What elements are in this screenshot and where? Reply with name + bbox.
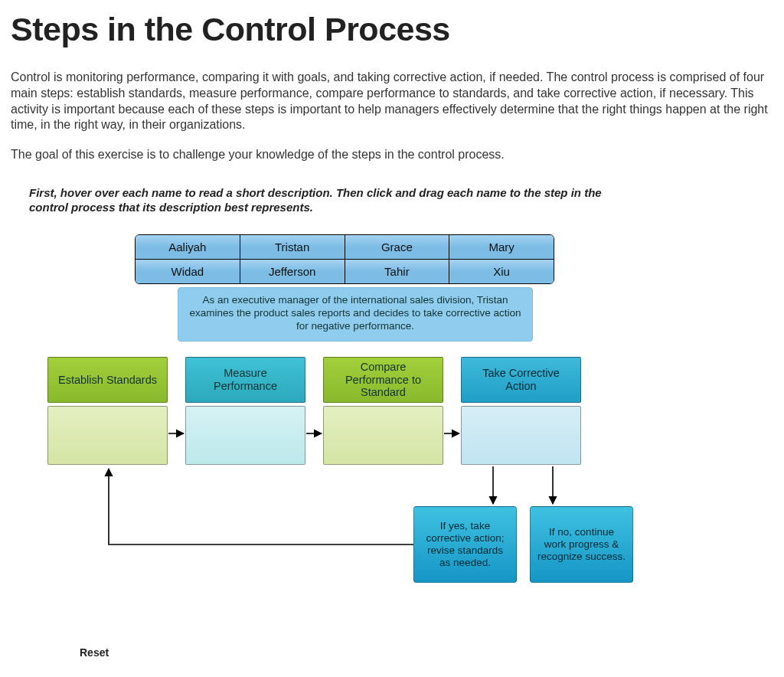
chip-tooltip: As an executive manager of the internati…	[178, 287, 533, 342]
step-label: Take Corrective Action	[461, 357, 581, 403]
step-take-corrective-action: Take Corrective Action	[461, 357, 581, 465]
outcome-no-box: If no, continue work progress & recogniz…	[530, 506, 633, 583]
instruction-text: First, hover over each name to read a sh…	[11, 177, 639, 215]
chip-grace[interactable]: Grace	[345, 235, 450, 260]
chip-mary[interactable]: Mary	[449, 235, 554, 260]
exercise-workspace: Aaliyah Tristan Grace Mary Widad Jeffers…	[11, 214, 773, 659]
chip-widad[interactable]: Widad	[136, 260, 240, 283]
chip-aaliyah[interactable]: Aaliyah	[136, 235, 240, 260]
chip-tahir[interactable]: Tahir	[345, 260, 450, 283]
page-title: Steps in the Control Process	[11, 11, 773, 48]
step-compare-performance: Compare Performance to Standard	[323, 357, 443, 465]
drop-zone-establish-standards[interactable]	[47, 406, 168, 465]
step-label: Compare Performance to Standard	[323, 357, 443, 403]
chip-xiu[interactable]: Xiu	[449, 260, 554, 283]
draggable-chips-grid: Aaliyah Tristan Grace Mary Widad Jeffers…	[135, 234, 554, 284]
step-establish-standards: Establish Standards	[47, 357, 168, 465]
drop-zone-measure-performance[interactable]	[185, 406, 305, 465]
reset-button[interactable]: Reset	[80, 646, 109, 659]
outcome-yes-box: If yes, take corrective action; revise s…	[413, 506, 517, 583]
drop-zone-compare-performance[interactable]	[323, 406, 443, 465]
intro-paragraph-2: The goal of this exercise is to challeng…	[11, 147, 773, 163]
drop-zone-take-corrective-action[interactable]	[461, 406, 581, 465]
chip-tristan[interactable]: Tristan	[240, 235, 345, 260]
flow-diagram: Establish Standards Measure Performance …	[47, 357, 773, 633]
chip-jefferson[interactable]: Jefferson	[240, 260, 345, 283]
step-measure-performance: Measure Performance	[185, 357, 305, 465]
intro-paragraph-1: Control is monitoring performance, compa…	[11, 70, 773, 133]
step-label: Measure Performance	[185, 357, 305, 403]
step-label: Establish Standards	[47, 357, 168, 403]
